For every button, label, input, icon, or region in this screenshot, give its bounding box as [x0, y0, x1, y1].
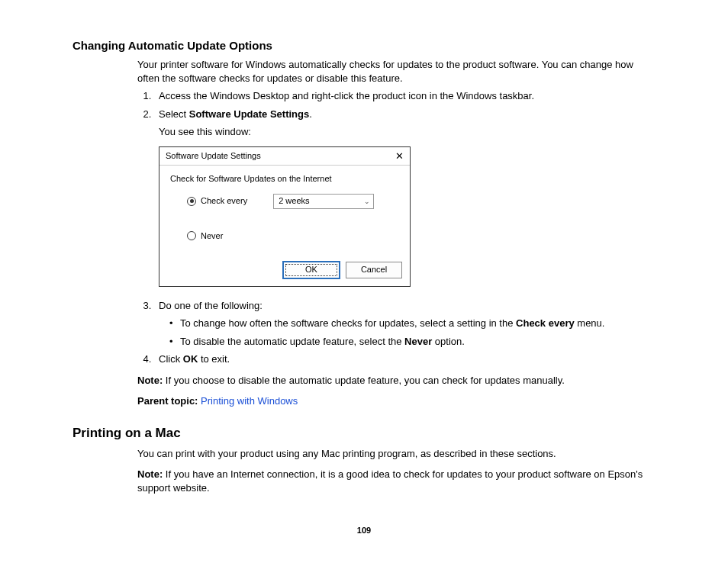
- interval-value: 2 weeks: [279, 195, 309, 207]
- s4-pre: Click: [159, 353, 183, 365]
- steps-list: Access the Windows Desktop and right-cli…: [137, 89, 656, 365]
- parent-label: Parent topic:: [137, 395, 198, 407]
- note-1-label: Note:: [137, 375, 163, 386]
- note-2-text: If you have an Internet connection, it i…: [137, 468, 643, 494]
- note-1-text: If you choose to disable the automatic u…: [163, 375, 565, 386]
- heading-changing-auto-update: Changing Automatic Update Options: [72, 38, 656, 53]
- b1-pre: To change how often the software checks …: [180, 317, 516, 329]
- close-icon[interactable]: ✕: [395, 151, 404, 161]
- radio-check-every[interactable]: [187, 197, 196, 206]
- b1-bold: Check every: [516, 317, 575, 329]
- interval-dropdown[interactable]: 2 weeks ⌄: [273, 194, 374, 209]
- dialog-group-label: Check for Software Updates on the Intern…: [170, 173, 399, 185]
- page-number: 109: [72, 525, 656, 536]
- step-2: Select Software Update Settings. You see…: [154, 108, 656, 287]
- intro-paragraph: Your printer software for Windows automa…: [137, 58, 656, 85]
- step-3-bullet-2: To disable the automatic update feature,…: [169, 335, 656, 349]
- cancel-button[interactable]: Cancel: [346, 262, 402, 278]
- step-2-pre: Select: [159, 108, 189, 120]
- dialog-titlebar: Software Update Settings ✕: [159, 147, 410, 166]
- step-2-post: .: [309, 108, 312, 120]
- dialog-title: Software Update Settings: [166, 150, 261, 162]
- radio-never[interactable]: [187, 231, 196, 240]
- step-2-sub: You see this window:: [159, 125, 656, 139]
- step-3-lead: Do one of the following:: [159, 300, 263, 311]
- note-1: Note: If you choose to disable the autom…: [137, 374, 656, 388]
- step-1: Access the Windows Desktop and right-cli…: [154, 89, 656, 103]
- step-4: Click OK to exit.: [154, 352, 656, 366]
- step-3-bullet-1: To change how often the software checks …: [169, 317, 656, 330]
- radio-check-every-row[interactable]: Check every 2 weeks ⌄: [187, 194, 399, 209]
- step-3: Do one of the following: To change how o…: [154, 299, 656, 349]
- b2-post: option.: [432, 336, 465, 347]
- ok-button[interactable]: OK: [283, 262, 340, 278]
- step-2-bold: Software Update Settings: [189, 108, 309, 120]
- s4-post: to exit.: [198, 353, 230, 365]
- b2-pre: To disable the automatic update feature,…: [180, 336, 404, 347]
- parent-topic: Parent topic: Printing with Windows: [137, 394, 656, 408]
- radio-check-every-label: Check every: [201, 195, 247, 207]
- b2-bold: Never: [404, 336, 432, 347]
- heading-printing-mac: Printing on a Mac: [72, 425, 656, 442]
- b1-post: menu.: [575, 317, 605, 329]
- s4-bold: OK: [183, 353, 198, 365]
- software-update-dialog: Software Update Settings ✕ Check for Sof…: [159, 146, 411, 287]
- chevron-down-icon: ⌄: [364, 197, 370, 206]
- note-2: Note: If you have an Internet connection…: [137, 468, 656, 494]
- parent-topic-link[interactable]: Printing with Windows: [201, 395, 298, 407]
- mac-intro: You can print with your product using an…: [137, 447, 656, 461]
- note-2-label: Note:: [137, 468, 163, 480]
- radio-never-label: Never: [201, 230, 223, 242]
- radio-never-row[interactable]: Never: [187, 230, 399, 242]
